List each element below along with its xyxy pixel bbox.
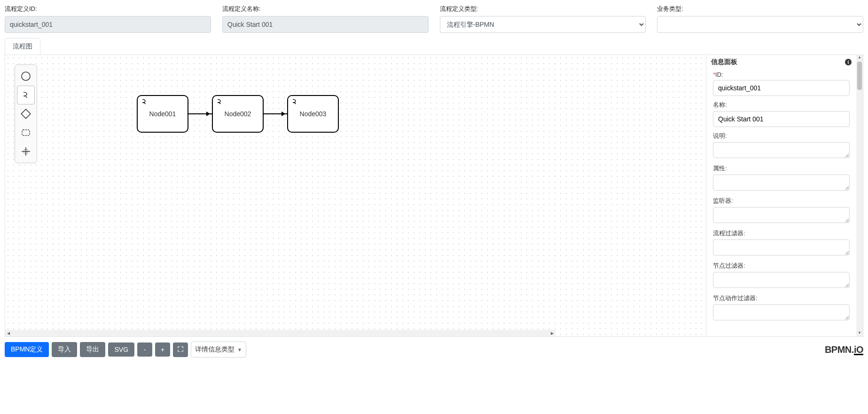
svg-button[interactable]: SVG <box>108 342 134 357</box>
panel-input-flowfilter[interactable] <box>713 239 850 255</box>
horizontal-scrollbar[interactable]: ◀▶ <box>5 330 555 336</box>
fullscreen-button[interactable] <box>173 342 188 357</box>
panel-input-name[interactable] <box>713 111 850 127</box>
tool-space[interactable] <box>17 142 35 161</box>
bpmn-io-logo: BPMN.iO <box>825 344 863 355</box>
panel-input-nodeactionfilter[interactable] <box>713 304 850 320</box>
input-flow-name <box>222 16 429 33</box>
info-icon[interactable]: i <box>845 59 852 65</box>
panel-input-nodefilter[interactable] <box>713 272 850 288</box>
fullscreen-icon <box>177 346 184 352</box>
panel-label-attr: 属性: <box>713 164 850 173</box>
panel-label-flowfilter: 流程过滤器: <box>713 229 850 238</box>
panel-label-nodeactionfilter: 节点动作过滤器: <box>713 294 850 303</box>
bpmn-def-button[interactable]: BPMN定义 <box>5 342 49 357</box>
panel-label-desc: 说明: <box>713 132 850 140</box>
tool-smart-task[interactable] <box>17 86 35 104</box>
caret-down-icon: ▼ <box>237 347 242 352</box>
tool-lasso[interactable] <box>17 123 35 142</box>
zoom-in-button[interactable]: + <box>155 342 170 357</box>
detail-type-select[interactable]: 详情信息类型 ▼ <box>191 342 246 358</box>
input-flow-id <box>5 16 211 33</box>
panel-input-attr[interactable] <box>713 175 850 191</box>
smart-task-icon <box>141 98 148 107</box>
panel-title: 信息面板 <box>711 58 737 66</box>
tab-diagram[interactable]: 流程图 <box>5 38 40 55</box>
bpmn-node[interactable]: Node003 <box>287 95 339 133</box>
sequence-flow[interactable] <box>188 113 212 114</box>
bpmn-node[interactable]: Node001 <box>137 95 188 133</box>
smart-task-icon <box>291 98 298 107</box>
tool-palette <box>15 64 37 163</box>
bpmn-canvas[interactable]: Node001 Node002 Node003 ◀▶ <box>5 55 706 336</box>
panel-label-listener: 监听器: <box>713 197 850 205</box>
panel-label-nodefilter: 节点过滤器: <box>713 262 850 270</box>
label-flow-type: 流程定义类型: <box>440 5 646 13</box>
bpmn-node[interactable]: Node002 <box>212 95 264 133</box>
node-label: Node002 <box>225 110 251 118</box>
export-button[interactable]: 导出 <box>80 342 105 357</box>
select-biz-type[interactable] <box>657 16 863 33</box>
zoom-out-button[interactable]: - <box>137 342 152 357</box>
svg-rect-1 <box>21 109 31 119</box>
panel-label-id: ID: <box>715 71 723 78</box>
label-flow-id: 流程定义ID: <box>5 5 211 13</box>
label-biz-type: 业务类型: <box>657 5 863 13</box>
svg-point-0 <box>22 72 30 80</box>
svg-rect-2 <box>22 130 30 135</box>
sequence-flow[interactable] <box>264 113 287 114</box>
panel-input-id[interactable] <box>713 80 850 96</box>
panel-input-listener[interactable] <box>713 207 850 223</box>
label-flow-name: 流程定义名称: <box>222 5 429 13</box>
vertical-scrollbar[interactable]: ▲ ▼ <box>856 55 863 336</box>
select-flow-type[interactable]: 流程引擎-BPMN <box>440 16 646 33</box>
tool-start-event[interactable] <box>17 67 35 86</box>
panel-input-desc[interactable] <box>713 142 850 158</box>
panel-label-name: 名称: <box>713 101 850 109</box>
node-label: Node001 <box>149 110 176 118</box>
node-label: Node003 <box>300 110 327 118</box>
import-button[interactable]: 导入 <box>52 342 77 357</box>
smart-task-icon <box>216 98 223 107</box>
tool-gateway[interactable] <box>17 104 35 123</box>
